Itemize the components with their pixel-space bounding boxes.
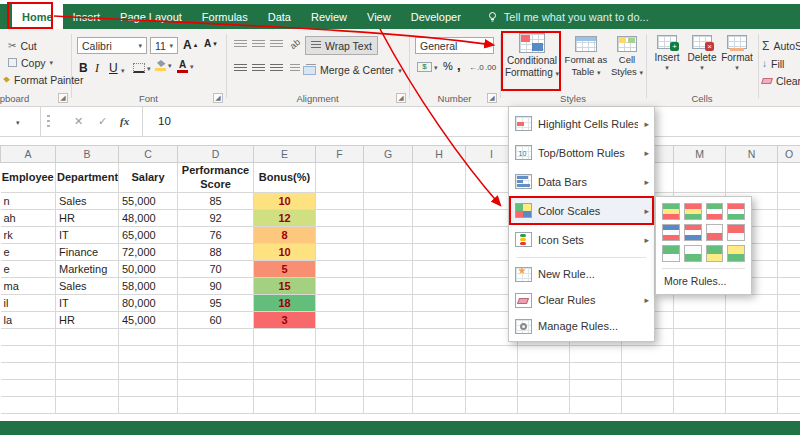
menu-item-color-scales[interactable]: Color Scales▸ bbox=[509, 196, 654, 225]
cell[interactable] bbox=[726, 397, 778, 414]
number-format-select[interactable]: General▾ bbox=[415, 37, 494, 54]
cell[interactable] bbox=[1, 363, 56, 380]
fill-color-button[interactable]: ▾ bbox=[155, 60, 172, 71]
cell[interactable]: 72,000 bbox=[119, 244, 178, 261]
color-scale-option[interactable] bbox=[684, 245, 702, 262]
cell[interactable] bbox=[778, 278, 800, 295]
cell[interactable] bbox=[726, 329, 778, 346]
cell[interactable]: 55,000 bbox=[119, 193, 178, 210]
cell[interactable]: IT bbox=[56, 295, 119, 312]
wrap-text-button[interactable]: Wrap Text bbox=[305, 36, 378, 55]
cell[interactable] bbox=[254, 397, 316, 414]
cell[interactable]: rk bbox=[1, 227, 56, 244]
cell[interactable]: 90 bbox=[178, 278, 254, 295]
cancel-entry-icon[interactable]: ✕ bbox=[74, 115, 83, 128]
insert-cells-button[interactable]: Insert ▾ bbox=[652, 35, 682, 71]
menu-item-data-bars[interactable]: Data Bars▸ bbox=[509, 167, 654, 196]
column-header[interactable]: F bbox=[316, 146, 364, 163]
cell[interactable] bbox=[413, 380, 466, 397]
cell[interactable] bbox=[316, 227, 364, 244]
cell[interactable] bbox=[364, 261, 413, 278]
cell[interactable] bbox=[466, 380, 518, 397]
cell[interactable] bbox=[178, 363, 254, 380]
comma-style-button[interactable]: , bbox=[457, 58, 461, 73]
cell[interactable] bbox=[364, 210, 413, 227]
cell[interactable] bbox=[413, 312, 466, 329]
formula-input[interactable]: 10 bbox=[158, 115, 171, 127]
cell[interactable] bbox=[178, 380, 254, 397]
header-cell[interactable]: Performance Score bbox=[178, 163, 254, 193]
menu-item-icon-sets[interactable]: Icon Sets▸ bbox=[509, 225, 654, 254]
cell[interactable] bbox=[413, 210, 466, 227]
cell[interactable] bbox=[674, 295, 726, 312]
format-cells-button[interactable]: Format ▾ bbox=[720, 35, 754, 71]
cell[interactable]: Marketing bbox=[56, 261, 119, 278]
cell[interactable] bbox=[119, 380, 178, 397]
column-header[interactable]: B bbox=[56, 146, 119, 163]
header-cell[interactable]: Salary bbox=[119, 163, 178, 193]
cell[interactable]: ma bbox=[1, 278, 56, 295]
cell[interactable] bbox=[413, 244, 466, 261]
cut-button[interactable]: ✂ Cut bbox=[8, 38, 37, 53]
cell[interactable]: 45,000 bbox=[119, 312, 178, 329]
cell[interactable] bbox=[622, 346, 674, 363]
cell[interactable]: 80,000 bbox=[119, 295, 178, 312]
cell[interactable]: Finance bbox=[56, 244, 119, 261]
menu-item-clear-rules[interactable]: Clear Rules▸ bbox=[509, 287, 654, 313]
column-header[interactable]: E bbox=[254, 146, 316, 163]
cell[interactable]: e bbox=[1, 244, 56, 261]
clipboard-dialog-launcher-icon[interactable]: ◢ bbox=[58, 93, 68, 103]
cell[interactable] bbox=[570, 380, 622, 397]
color-scale-option[interactable] bbox=[727, 245, 745, 262]
cell[interactable] bbox=[364, 227, 413, 244]
font-size-select[interactable]: 11▾ bbox=[150, 37, 178, 54]
cell[interactable] bbox=[622, 363, 674, 380]
cell[interactable] bbox=[726, 312, 778, 329]
cell[interactable] bbox=[413, 261, 466, 278]
cell[interactable] bbox=[726, 363, 778, 380]
cell[interactable] bbox=[1, 329, 56, 346]
cell[interactable]: 3 bbox=[254, 312, 316, 329]
formula-bar-splitter[interactable] bbox=[47, 115, 50, 129]
cell[interactable] bbox=[674, 346, 726, 363]
decrease-decimal-button[interactable]: .00 bbox=[485, 63, 496, 72]
delete-cells-button[interactable]: Delete ▾ bbox=[686, 35, 718, 71]
cell[interactable] bbox=[570, 346, 622, 363]
cell[interactable] bbox=[518, 380, 570, 397]
cell[interactable] bbox=[466, 346, 518, 363]
cell[interactable]: IT bbox=[56, 227, 119, 244]
cell[interactable]: 10 bbox=[254, 244, 316, 261]
tab-view[interactable]: View bbox=[357, 4, 401, 29]
increase-decimal-button[interactable]: ←.0 bbox=[469, 63, 484, 72]
cell[interactable]: 10 bbox=[254, 193, 316, 210]
cell[interactable] bbox=[254, 380, 316, 397]
name-box-caret-icon[interactable]: ▾ bbox=[16, 119, 20, 126]
merge-center-button[interactable]: Merge & Center ▾ bbox=[298, 61, 407, 79]
autosum-button[interactable]: Σ AutoSum bbox=[762, 38, 800, 53]
cell[interactable]: ah bbox=[1, 210, 56, 227]
column-header[interactable]: H bbox=[413, 146, 466, 163]
font-color-button[interactable]: A ▾ bbox=[177, 60, 194, 73]
cell[interactable] bbox=[466, 397, 518, 414]
cell[interactable]: 48,000 bbox=[119, 210, 178, 227]
align-right-icon[interactable] bbox=[270, 64, 283, 73]
column-header[interactable]: N bbox=[726, 146, 778, 163]
cell[interactable]: Sales bbox=[56, 193, 119, 210]
cell[interactable] bbox=[674, 312, 726, 329]
cell[interactable] bbox=[316, 363, 364, 380]
more-rules-item[interactable]: More Rules... bbox=[662, 272, 745, 290]
cell[interactable]: 18 bbox=[254, 295, 316, 312]
cell[interactable]: HR bbox=[56, 210, 119, 227]
column-header[interactable]: G bbox=[364, 146, 413, 163]
cell[interactable] bbox=[674, 363, 726, 380]
cell[interactable] bbox=[674, 397, 726, 414]
format-as-table-button[interactable]: Format as Table ▾ bbox=[564, 36, 608, 77]
cell[interactable] bbox=[364, 295, 413, 312]
cell[interactable]: 15 bbox=[254, 278, 316, 295]
menu-item-highlight-cells-rules[interactable]: Highlight Cells Rules▸ bbox=[509, 109, 654, 138]
cell[interactable] bbox=[413, 329, 466, 346]
color-scale-option[interactable] bbox=[706, 224, 724, 241]
cell[interactable] bbox=[518, 397, 570, 414]
cell[interactable]: HR bbox=[56, 312, 119, 329]
align-middle-icon[interactable] bbox=[252, 40, 265, 49]
